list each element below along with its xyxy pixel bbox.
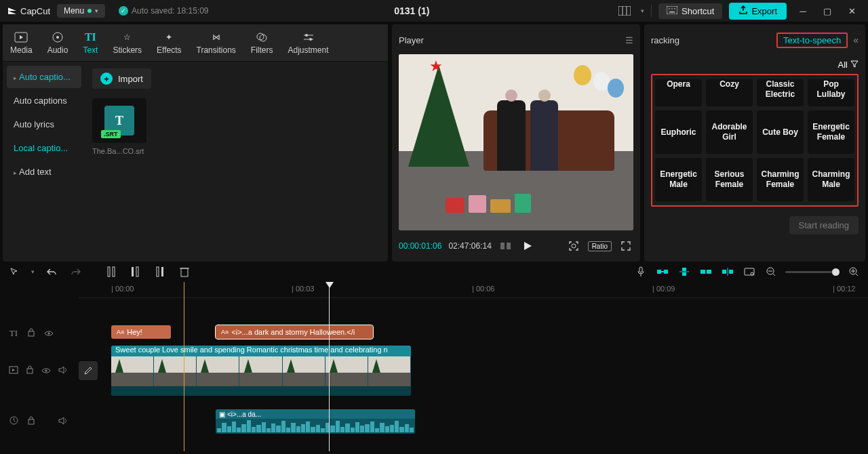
sidebar-item-local-captions[interactable]: Local captio... [7, 137, 81, 159]
sidebar-item-auto-lyrics[interactable]: Auto lyrics [7, 113, 81, 136]
caption-clip-1[interactable]: A≡ Hey! [111, 325, 171, 339]
snap-icon-2[interactable] [677, 264, 692, 279]
tab-effects[interactable]: ✦Effects [149, 24, 189, 61]
sidebar-item-auto-captions-group[interactable]: ▸Auto captio... [7, 66, 81, 88]
voice-pop-lullaby[interactable]: Pop Lullaby [808, 79, 854, 106]
edit-track-button[interactable] [79, 361, 98, 380]
speaker-icon[interactable] [57, 417, 68, 427]
voice-classic-electric[interactable]: Classic Electric [757, 79, 804, 106]
caption-clip-2[interactable]: A≡ <i>...a dark and stormy Halloween.</i [216, 325, 373, 339]
voice-energetic-female[interactable]: Energetic Female [808, 110, 854, 154]
maximize-icon[interactable]: ▢ [818, 3, 837, 19]
play-button[interactable] [520, 239, 535, 253]
divider [651, 5, 652, 17]
layout-icon[interactable] [615, 3, 634, 19]
compare-icon[interactable] [498, 239, 513, 253]
preview-toggle-icon[interactable] [742, 264, 757, 279]
mic-icon[interactable] [633, 264, 648, 279]
voice-grid: Opera Cozy Classic Electric Pop Lullaby … [655, 79, 854, 201]
timeline[interactable]: | 00:00 | 00:03 | 00:06 | 00:09 | 00:12 … [0, 282, 868, 451]
export-button[interactable]: Export [729, 3, 787, 20]
player-viewport[interactable]: ★ [399, 54, 633, 230]
audio-track-gutter [0, 416, 79, 427]
svg-marker-54 [12, 369, 15, 371]
snap-icon-4[interactable] [720, 264, 735, 279]
inspector-panel: racking Text-to-speech « All Opera Cozy … [644, 24, 865, 262]
scan-icon[interactable] [566, 239, 581, 253]
tab-transitions[interactable]: ⋈Transitions [189, 24, 243, 61]
video-track-icon[interactable] [8, 366, 19, 376]
srt-file-item[interactable]: T .SRT The.Ba...CO.srt [92, 98, 146, 155]
undo-button[interactable] [44, 264, 59, 279]
zoom-slider[interactable] [785, 271, 840, 273]
minimize-icon[interactable]: ─ [793, 3, 812, 19]
shortcut-button[interactable]: Shortcut [658, 3, 722, 19]
eye-icon[interactable] [41, 366, 52, 376]
sidebar-item-auto-captions[interactable]: Auto captions [7, 89, 81, 112]
zoom-in-icon[interactable] [846, 264, 861, 279]
tab-text[interactable]: TIText [75, 24, 105, 61]
playhead[interactable] [329, 282, 330, 451]
clock-icon[interactable] [8, 416, 19, 427]
chevron-down-icon[interactable]: ▾ [641, 7, 644, 14]
svg-rect-22 [108, 267, 110, 276]
svg-rect-58 [28, 419, 34, 424]
toolbar-right [633, 264, 861, 279]
snap-icon-3[interactable] [698, 264, 713, 279]
plus-icon: + [100, 73, 113, 85]
tab-filters[interactable]: Filters [243, 24, 281, 61]
collapse-icon[interactable]: « [853, 35, 859, 45]
fullscreen-icon[interactable] [618, 239, 633, 253]
srt-file-icon: T .SRT [104, 106, 134, 136]
redo-button[interactable] [68, 264, 83, 279]
tab-media[interactable]: Media [3, 24, 40, 61]
svg-rect-23 [113, 267, 115, 276]
tracking-tab[interactable]: racking [651, 35, 679, 45]
voice-euphoric[interactable]: Euphoric [655, 110, 702, 154]
zoom-out-icon[interactable] [764, 264, 778, 279]
voice-serious-female[interactable]: Serious Female [706, 158, 753, 201]
project-title: 0131 (1) [216, 5, 608, 16]
trim-right-tool[interactable] [153, 264, 167, 279]
srt-thumbnail: T .SRT [92, 98, 146, 143]
text-content: + Import T .SRT The.Ba...CO.srt [85, 62, 388, 262]
ratio-button[interactable]: Ratio [588, 241, 612, 251]
start-reading-button[interactable]: Start reading [789, 216, 859, 234]
audio-clip[interactable]: ▣ <i>...a da... [216, 409, 415, 434]
lock-icon[interactable] [26, 328, 37, 339]
voice-filter-all[interactable]: All [838, 60, 859, 70]
speaker-icon[interactable] [57, 366, 68, 376]
lock-icon[interactable] [24, 365, 35, 376]
chevron-down-icon: ▾ [95, 7, 98, 14]
trim-left-tool[interactable] [128, 264, 143, 279]
sidebar-item-add-text[interactable]: ▸Add text [7, 161, 81, 183]
voice-charming-female[interactable]: Charming Female [757, 158, 804, 201]
split-tool[interactable] [104, 264, 119, 279]
video-clip[interactable]: Sweet couple Love smile and spending Rom… [111, 346, 411, 396]
voice-adorable-girl[interactable]: Adorable Girl [706, 110, 753, 154]
voice-cozy[interactable]: Cozy [706, 79, 753, 106]
delete-tool[interactable] [177, 264, 192, 279]
import-button[interactable]: + Import [92, 68, 151, 89]
voice-energetic-male[interactable]: Energetic Male [655, 158, 702, 201]
text-to-speech-tab[interactable]: Text-to-speech [776, 33, 848, 48]
waveform [216, 419, 415, 434]
svg-point-11 [56, 36, 59, 39]
text-track-icon[interactable]: TI [8, 328, 19, 339]
voice-opera[interactable]: Opera [655, 79, 702, 106]
tab-stickers[interactable]: ☆Stickers [105, 24, 149, 61]
chevron-down-icon[interactable]: ▾ [31, 268, 35, 275]
snap-icon-1[interactable] [655, 264, 670, 279]
player-menu-icon[interactable]: ☰ [625, 35, 633, 45]
voice-charming-male[interactable]: Charming Male [808, 158, 854, 201]
lock-icon[interactable] [26, 416, 37, 427]
tab-adjustment[interactable]: Adjustment [280, 24, 336, 61]
time-ruler[interactable]: | 00:00 | 00:03 | 00:06 | 00:09 | 00:12 [79, 282, 868, 298]
svg-point-56 [45, 369, 47, 371]
close-icon[interactable]: ✕ [842, 3, 861, 19]
menu-button[interactable]: Menu ▾ [57, 4, 105, 18]
pointer-tool[interactable] [7, 264, 22, 279]
tab-audio[interactable]: Audio [40, 24, 76, 61]
voice-cute-boy[interactable]: Cute Boy [757, 110, 804, 154]
eye-icon[interactable] [43, 329, 54, 339]
